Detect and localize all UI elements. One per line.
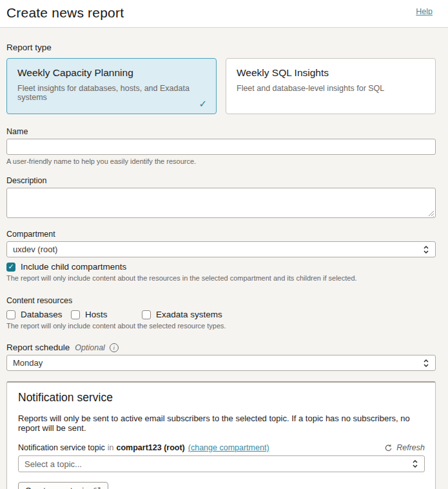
refresh-icon [384, 444, 393, 452]
description-label: Description [6, 176, 436, 185]
name-label: Name [6, 127, 436, 136]
page-header: Create news report Help [0, 0, 448, 28]
chevron-updown-icon [423, 359, 429, 368]
page-title: Create news report [6, 5, 124, 21]
content-resources-label: Content resources [6, 296, 436, 305]
topic-compartment-name: compart123 (root) [117, 443, 185, 452]
report-type-label: Report type [6, 28, 436, 52]
include-child-row: ✓ Include child compartments [6, 262, 436, 272]
notification-service-title: Notification service [18, 391, 425, 404]
exadata-option: Exadata systems [142, 310, 222, 319]
help-link[interactable]: Help [416, 7, 433, 16]
resize-handle-icon[interactable] [428, 210, 434, 217]
topic-select-placeholder: Select a topic... [24, 459, 82, 469]
notification-service-description: Reports will only be sent to active emai… [18, 414, 425, 433]
name-helper-text: A user-friendly name to help you easily … [6, 157, 436, 165]
checkbox-check-icon: ✓ [8, 263, 14, 270]
exadata-label[interactable]: Exadata systems [156, 310, 222, 319]
card-weekly-sql-insights[interactable]: Weekly SQL Insights Fleet and database-l… [226, 58, 436, 114]
info-icon[interactable]: i [110, 343, 119, 352]
compartment-select[interactable]: uxdev (root) [6, 241, 436, 257]
topic-row: Notification service topic in compart123… [18, 443, 425, 452]
refresh-label: Refresh [396, 443, 425, 452]
optional-label: Optional [75, 343, 105, 352]
create-new-topic-button[interactable]: Create new topic [18, 482, 108, 489]
external-link-icon [93, 486, 101, 489]
compartment-select-value: uxdev (root) [13, 245, 57, 254]
databases-checkbox[interactable] [6, 310, 15, 319]
hosts-checkbox[interactable] [71, 310, 80, 319]
selected-check-icon: ✓ [199, 98, 207, 110]
chevron-updown-icon [412, 459, 418, 468]
topic-label-group: Notification service topic in compart123… [18, 443, 269, 452]
report-schedule-select[interactable]: Monday [6, 355, 436, 371]
form-content: Report type Weekly Capacity Planning Fle… [0, 28, 448, 489]
hosts-label[interactable]: Hosts [85, 310, 108, 319]
include-child-helper-text: The report will only include content abo… [6, 274, 436, 282]
report-schedule-row: Report schedule Optional i [6, 343, 436, 352]
databases-label[interactable]: Databases [21, 310, 63, 319]
card-description: Fleet insights for databases, hosts, and… [17, 84, 206, 102]
in-label: in [108, 443, 114, 452]
create-new-topic-label: Create new topic [25, 486, 88, 489]
exadata-checkbox[interactable] [142, 310, 151, 319]
card-title: Weekly SQL Insights [237, 67, 425, 79]
include-child-label[interactable]: Include child compartments [21, 262, 126, 272]
chevron-updown-icon [423, 245, 429, 254]
topic-select[interactable]: Select a topic... [18, 455, 425, 472]
change-compartment-link[interactable]: (change compartment) [188, 443, 269, 452]
report-schedule-label: Report schedule [6, 343, 70, 352]
card-title: Weekly Capacity Planning [17, 67, 206, 79]
databases-option: Databases [6, 310, 71, 319]
notification-service-panel: Notification service Reports will only b… [6, 381, 436, 489]
description-textarea[interactable] [6, 188, 436, 218]
content-resources-row: Databases Hosts Exadata systems [6, 310, 436, 319]
compartment-label: Compartment [6, 230, 436, 239]
description-field-wrap [6, 188, 436, 218]
name-input[interactable] [6, 139, 436, 155]
card-weekly-capacity-planning[interactable]: Weekly Capacity Planning Fleet insights … [6, 58, 217, 114]
content-resources-helper-text: The report will only include content abo… [6, 322, 436, 330]
report-schedule-select-value: Monday [13, 358, 43, 368]
report-type-cards: Weekly Capacity Planning Fleet insights … [6, 58, 436, 114]
include-child-checkbox[interactable]: ✓ [6, 263, 15, 272]
topic-label: Notification service topic [18, 443, 105, 452]
card-description: Fleet and database-level insights for SQ… [237, 84, 425, 93]
refresh-button[interactable]: Refresh [384, 443, 425, 452]
hosts-option: Hosts [71, 310, 142, 319]
